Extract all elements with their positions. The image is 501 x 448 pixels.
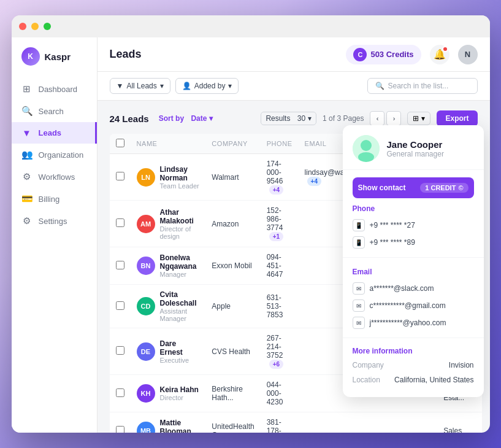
header: Leads C 503 Credits 🔔 N bbox=[98, 37, 490, 72]
prev-page-button[interactable]: ‹ bbox=[370, 111, 384, 126]
credits-badge[interactable]: C 503 Credits bbox=[346, 45, 421, 64]
sidebar-item-organization[interactable]: 👥 Organization bbox=[12, 144, 97, 166]
person-name: Keira Hahn bbox=[160, 385, 199, 394]
leads-icon: ▼ bbox=[21, 128, 33, 138]
email-cell bbox=[299, 412, 383, 433]
person-name: Cvita Doleschall bbox=[160, 290, 200, 307]
person-name: Lindsay Norman bbox=[160, 165, 200, 182]
filter-all-leads[interactable]: ▼ All Leads ▾ bbox=[110, 78, 170, 94]
company-cell: Exxon Mobil bbox=[205, 247, 260, 285]
credit-badge: 1 CREDIT © bbox=[420, 183, 468, 193]
export-button[interactable]: Export bbox=[437, 110, 477, 126]
card-name: Jane Cooper bbox=[387, 139, 444, 150]
row-checkbox[interactable] bbox=[116, 346, 124, 355]
person-role: Director of design bbox=[160, 225, 200, 240]
phone-icon-1: 📱 bbox=[353, 219, 365, 231]
card-person-info: Jane Cooper General manager bbox=[387, 139, 444, 158]
notification-button[interactable]: 🔔 bbox=[430, 45, 449, 64]
sidebar-item-label: Dashboard bbox=[39, 85, 78, 94]
avatar[interactable]: N bbox=[458, 45, 478, 64]
search-icon: 🔍 bbox=[21, 106, 33, 117]
filter-group: ▼ All Leads ▾ 👤 Added by ▾ bbox=[110, 78, 239, 94]
page-title: Leads bbox=[110, 48, 142, 61]
close-button[interactable] bbox=[19, 23, 26, 30]
row-checkbox[interactable] bbox=[116, 388, 124, 397]
table-row[interactable]: MB Mattie Blooman Coordinator UnitedHeal… bbox=[110, 412, 482, 433]
card-role: General manager bbox=[387, 150, 444, 158]
person-name: Mattie Blooman bbox=[160, 419, 200, 433]
person-cell: AM Athar Malakooti Director of design bbox=[137, 208, 200, 240]
col-name: NAME bbox=[131, 134, 206, 154]
email-icon-1: ✉ bbox=[353, 282, 365, 295]
company-cell: Amazon bbox=[205, 201, 260, 247]
sidebar-item-label: Organization bbox=[39, 150, 84, 160]
person-icon: 👤 bbox=[182, 82, 191, 90]
logo-text: Kaspr bbox=[45, 52, 71, 62]
person-cell: DE Dare Ernest Executive bbox=[137, 339, 200, 364]
company-label: Company bbox=[353, 361, 384, 369]
row-checkbox[interactable] bbox=[116, 172, 124, 180]
person-name: Dare Ernest bbox=[160, 339, 200, 357]
credits-label: 503 Credits bbox=[370, 50, 413, 59]
sidebar-item-label: Billing bbox=[39, 195, 60, 204]
row-checkbox[interactable] bbox=[116, 218, 124, 227]
logo: K Kaspr bbox=[12, 47, 97, 78]
row-checkbox[interactable] bbox=[116, 301, 124, 310]
show-contact-button[interactable]: Show contact 1 CREDIT © bbox=[353, 177, 474, 198]
email-item-1: ✉ a*******@slack.com bbox=[353, 280, 474, 297]
billing-icon: 💳 bbox=[21, 193, 33, 204]
search-box[interactable]: 🔍 Search in the list... bbox=[367, 78, 478, 94]
person-avatar: LN bbox=[137, 168, 155, 187]
person-name: Bonelwa Ngqawana bbox=[160, 253, 200, 271]
phone-cell: 044-000-4230 bbox=[261, 375, 299, 412]
minimize-button[interactable] bbox=[31, 23, 39, 30]
sidebar-item-dashboard[interactable]: ⊞ Dashboard bbox=[12, 78, 97, 100]
sidebar-item-settings[interactable]: ⚙ Settings bbox=[12, 210, 97, 232]
sidebar-item-billing[interactable]: 💳 Billing bbox=[12, 188, 97, 210]
card-phone-section: Phone 📱 +9 *** **** *27 📱 +9 *** **** *8… bbox=[343, 198, 484, 253]
filter-icon: ▼ bbox=[117, 82, 124, 90]
person-role: Manager bbox=[160, 271, 200, 278]
sidebar: K Kaspr ⊞ Dashboard 🔍 Search ▼ Leads 👥 O… bbox=[12, 37, 98, 433]
email-item-2: ✉ c***********@gmail.com bbox=[353, 297, 474, 314]
select-all-checkbox[interactable] bbox=[116, 139, 124, 147]
sidebar-item-label: Leads bbox=[39, 128, 62, 137]
sidebar-item-workflows[interactable]: ⚙ Workflows bbox=[12, 166, 97, 188]
person-role: Team Leader bbox=[160, 182, 200, 190]
person-cell: KH Keira Hahn Director bbox=[137, 384, 200, 403]
email-icon-2: ✉ bbox=[353, 299, 365, 312]
person-avatar: BN bbox=[137, 257, 155, 275]
sidebar-item-search[interactable]: 🔍 Search bbox=[12, 100, 97, 122]
sidebar-item-label: Settings bbox=[39, 217, 67, 226]
row-checkbox[interactable] bbox=[116, 426, 124, 433]
settings-icon: ⚙ bbox=[21, 215, 33, 226]
maximize-button[interactable] bbox=[44, 23, 51, 30]
person-cell: BN Bonelwa Ngqawana Manager bbox=[137, 253, 200, 278]
phone-cell: 094-451-4647 bbox=[261, 247, 299, 285]
dashboard-icon: ⊞ bbox=[21, 83, 33, 95]
company-cell: Apple bbox=[205, 285, 260, 328]
more-info-location: Location California, United States bbox=[343, 373, 484, 387]
phone-item-2: 📱 +9 *** **** *89 bbox=[353, 234, 474, 251]
leads-area: 24 Leads Sort by Date ▾ Results 30 ▾ bbox=[98, 101, 490, 433]
filter-added-by[interactable]: 👤 Added by ▾ bbox=[175, 78, 239, 94]
app-body: K Kaspr ⊞ Dashboard 🔍 Search ▼ Leads 👥 O… bbox=[12, 37, 490, 433]
person-name: Athar Malakooti bbox=[160, 208, 200, 225]
page-info: 1 of 3 Pages bbox=[323, 114, 364, 123]
sort-field[interactable]: Date bbox=[191, 114, 207, 123]
row-checkbox[interactable] bbox=[116, 261, 124, 269]
svg-point-2 bbox=[358, 152, 374, 162]
person-avatar: AM bbox=[137, 215, 155, 233]
content-area: Leads C 503 Credits 🔔 N bbox=[98, 37, 490, 433]
next-page-button[interactable]: › bbox=[386, 111, 401, 126]
svg-point-1 bbox=[361, 140, 372, 151]
company-cell: CVS Health bbox=[205, 328, 260, 375]
added-by-cell bbox=[383, 412, 437, 433]
titlebar bbox=[12, 15, 490, 37]
person-cell: LN Lindsay Norman Team Leader bbox=[137, 165, 200, 190]
sidebar-item-leads[interactable]: ▼ Leads bbox=[12, 122, 97, 144]
view-toggle[interactable]: ⊞ ▾ bbox=[407, 112, 430, 125]
header-right: C 503 Credits 🔔 N bbox=[346, 45, 477, 64]
search-icon: 🔍 bbox=[375, 82, 384, 90]
results-select[interactable]: Results 30 ▾ bbox=[261, 112, 316, 125]
